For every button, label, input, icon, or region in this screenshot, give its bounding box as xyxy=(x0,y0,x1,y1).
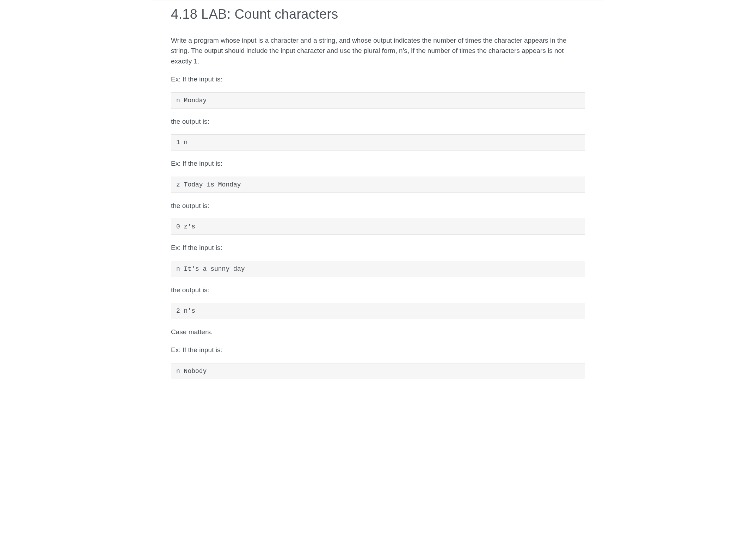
example-output-label: the output is: xyxy=(171,285,585,295)
example-output-label: the output is: xyxy=(171,201,585,211)
example-input-label: Ex: If the input is: xyxy=(171,243,585,253)
page-container: 4.18 LAB: Count characters Write a progr… xyxy=(153,0,603,405)
page-title: 4.18 LAB: Count characters xyxy=(171,7,585,22)
example-output-code: 1 n xyxy=(171,134,585,151)
example-output-code: 0 z's xyxy=(171,219,585,235)
example-input-code: z Today is Monday xyxy=(171,177,585,193)
example-input-code: n It's a sunny day xyxy=(171,261,585,277)
example-input-code: n Nobody xyxy=(171,363,585,379)
example-input-label: Ex: If the input is: xyxy=(171,345,585,355)
intro-paragraph: Write a program whose input is a charact… xyxy=(171,35,585,66)
example-input-label: Ex: If the input is: xyxy=(171,158,585,169)
example-output-label: the output is: xyxy=(171,116,585,127)
example-output-code: 2 n's xyxy=(171,303,585,319)
case-note: Case matters. xyxy=(171,327,585,337)
example-input-code: n Monday xyxy=(171,92,585,109)
example-input-label: Ex: If the input is: xyxy=(171,74,585,84)
